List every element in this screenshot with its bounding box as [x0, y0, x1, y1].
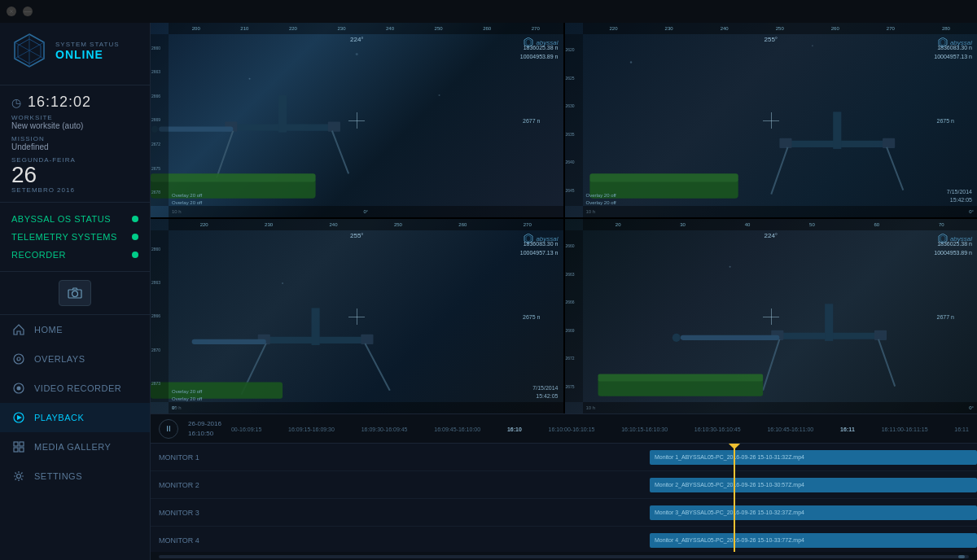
svg-line-66: [878, 339, 894, 387]
timeline-cursor[interactable]: [734, 444, 735, 552]
svg-rect-44: [589, 173, 738, 182]
status-item-recorder[interactable]: RECORDER: [11, 250, 138, 260]
svg-rect-50: [312, 308, 320, 345]
svg-rect-13: [14, 442, 18, 446]
main-content: 200210220230240250260270 2660 2663 2666 …: [151, 23, 977, 560]
svg-line-27: [332, 131, 348, 174]
sidebar-item-playback-label: PLAYBACK: [34, 413, 84, 422]
timeline-track-3: MONITOR 3 Monitor 3_ABYSSAL05-PC_2016-09…: [151, 499, 977, 527]
sidebar-item-playback[interactable]: PLAYBACK: [0, 403, 150, 432]
mission-label: MISSION: [11, 135, 138, 142]
title-bar: × —: [0, 0, 977, 23]
status-item-os[interactable]: ABYSSAL OS STATUS: [11, 214, 138, 224]
video-scene-4: [565, 219, 978, 413]
scrollbar-area: [151, 552, 977, 560]
svg-line-54: [365, 343, 389, 391]
date-month-year: SETEMBRO 2016: [11, 186, 138, 194]
svg-point-19: [249, 78, 251, 80]
track-4-label: MONITOR 4: [151, 536, 216, 545]
status-telemetry-label: TELEMETRY SYSTEMS: [11, 232, 117, 242]
status-recorder-label: RECORDER: [11, 250, 66, 260]
video-panel-1[interactable]: 200210220230240250260270 2660 2663 2666 …: [151, 23, 563, 217]
video-scene-3: [151, 219, 563, 413]
track-2-bar[interactable]: Monitor 2_ABYSSAL05-PC_2016-09-26 15-10-…: [650, 478, 977, 492]
date-day: 26: [11, 164, 138, 186]
svg-rect-55: [192, 339, 266, 344]
sidebar-item-video-recorder[interactable]: VIDEO RECORDER: [0, 374, 150, 403]
settings-icon: [11, 469, 26, 483]
sidebar-header: SYSTEM STATUS ONLINE: [0, 23, 150, 85]
nav-items: HOME OVERLAYS VIDEO RECORDER PLAYBACK: [0, 315, 150, 560]
system-status-label: SYSTEM STATUS: [55, 41, 120, 48]
sidebar-item-media-gallery[interactable]: MEDIA GALLERY: [0, 432, 150, 462]
svg-point-36: [811, 45, 813, 46]
svg-marker-12: [17, 415, 22, 420]
close-button[interactable]: ×: [7, 7, 16, 16]
svg-point-20: [356, 53, 358, 55]
sidebar-item-settings-label: SETTINGS: [34, 471, 82, 481]
pause-button[interactable]: ⏸: [159, 419, 178, 439]
scrollbar-track[interactable]: [159, 555, 969, 558]
svg-point-29: [151, 126, 158, 133]
track-4-bar[interactable]: Monitor 4_ABYSSAL05-PC_2016-09-26 15-10-…: [650, 533, 977, 548]
svg-point-17: [17, 475, 21, 479]
svg-point-48: [282, 282, 283, 284]
timeline-date: 26-09-2016 16:10:50: [188, 419, 221, 439]
scrollbar-thumb[interactable]: [958, 555, 965, 558]
video-panel-2[interactable]: 220230240250260270280 2620 2625 2630 263…: [565, 23, 978, 217]
minimize-button[interactable]: —: [23, 7, 33, 16]
track-3-filename: Monitor 3_ABYSSAL05-PC_2016-09-26 15-10-…: [655, 510, 804, 515]
svg-rect-52: [361, 335, 373, 344]
svg-rect-28: [159, 127, 233, 132]
sidebar-item-overlays-label: OVERLAYS: [34, 354, 85, 364]
clock-icon: ◷: [11, 96, 21, 109]
svg-rect-70: [598, 374, 763, 381]
svg-point-10: [17, 387, 21, 391]
svg-rect-39: [779, 138, 791, 148]
sidebar-item-settings[interactable]: SETTINGS: [0, 462, 150, 491]
timeline-header: ⏸ 26-09-2016 16:10:50 00-16:09:15 16:09:…: [151, 414, 977, 444]
svg-rect-67: [680, 335, 779, 340]
track-4-content[interactable]: Monitor 4_ABYSSAL05-PC_2016-09-26 15-10-…: [216, 532, 977, 549]
video-recorder-icon: [11, 381, 26, 396]
sidebar-item-home[interactable]: HOME: [0, 315, 150, 344]
status-item-telemetry[interactable]: TELEMETRY SYSTEMS: [11, 232, 138, 242]
svg-rect-62: [825, 304, 833, 341]
clock-row: ◷ 16:12:02: [11, 94, 138, 111]
sidebar-item-home-label: HOME: [34, 325, 63, 335]
sidebar-item-overlays[interactable]: OVERLAYS: [0, 344, 150, 374]
video-scene-1: [151, 23, 563, 217]
pause-icon: ⏸: [164, 424, 173, 433]
track-2-content[interactable]: Monitor 2_ABYSSAL05-PC_2016-09-26 15-10-…: [216, 477, 977, 493]
camera-snapshot-button[interactable]: [59, 280, 91, 306]
track-2-filename: Monitor 2_ABYSSAL05-PC_2016-09-26 15-10-…: [655, 482, 804, 488]
svg-rect-40: [883, 138, 895, 148]
svg-point-21: [439, 94, 440, 96]
video-grid: 200210220230240250260270 2660 2663 2666 …: [151, 23, 977, 413]
timeline-track-1: MONITOR 1 Monitor 1_ABYSSAL05-PC_2016-09…: [151, 444, 977, 471]
playback-icon: [11, 410, 26, 425]
video-panel-4[interactable]: 203040506070 2660 2663 2666 2669 2672 26…: [565, 219, 978, 413]
svg-rect-25: [328, 122, 340, 132]
media-gallery-icon: [11, 440, 26, 454]
status-telemetry-dot: [132, 234, 138, 240]
track-1-content[interactable]: Monitor 1_ABYSSAL05-PC_2016-09-26 15-10-…: [216, 449, 977, 466]
track-1-bar[interactable]: Monitor 1_ABYSSAL05-PC_2016-09-26 15-10-…: [650, 450, 977, 465]
track-3-content[interactable]: Monitor 3_ABYSSAL05-PC_2016-09-26 15-10-…: [216, 505, 977, 521]
svg-point-68: [672, 334, 680, 342]
svg-rect-23: [278, 95, 287, 133]
date-area: SEGUNDA-FEIRA 26 SETEMBRO 2016: [11, 156, 138, 194]
clock-time: 16:12:02: [28, 94, 91, 111]
status-items: ABYSSAL OS STATUS TELEMETRY SYSTEMS RECO…: [0, 203, 150, 272]
video-panel-3[interactable]: 220230240250260270 2860 2863 2866 2870 2…: [151, 219, 563, 413]
status-os-label: ABYSSAL OS STATUS: [11, 214, 111, 224]
sidebar-item-media-gallery-label: MEDIA GALLERY: [34, 442, 111, 452]
svg-line-42: [887, 147, 903, 190]
track-3-bar[interactable]: Monitor 3_ABYSSAL05-PC_2016-09-26 15-10-…: [650, 505, 977, 520]
track-1-filename: Monitor 1_ABYSSAL05-PC_2016-09-26 15-10-…: [655, 454, 804, 460]
track-4-filename: Monitor 4_ABYSSAL05-PC_2016-09-26 15-10-…: [655, 537, 804, 543]
system-status-value: ONLINE: [55, 48, 120, 61]
svg-line-26: [217, 131, 233, 178]
sidebar-item-video-recorder-label: VIDEO RECORDER: [34, 383, 121, 393]
track-1-label: MONITOR 1: [151, 453, 216, 462]
